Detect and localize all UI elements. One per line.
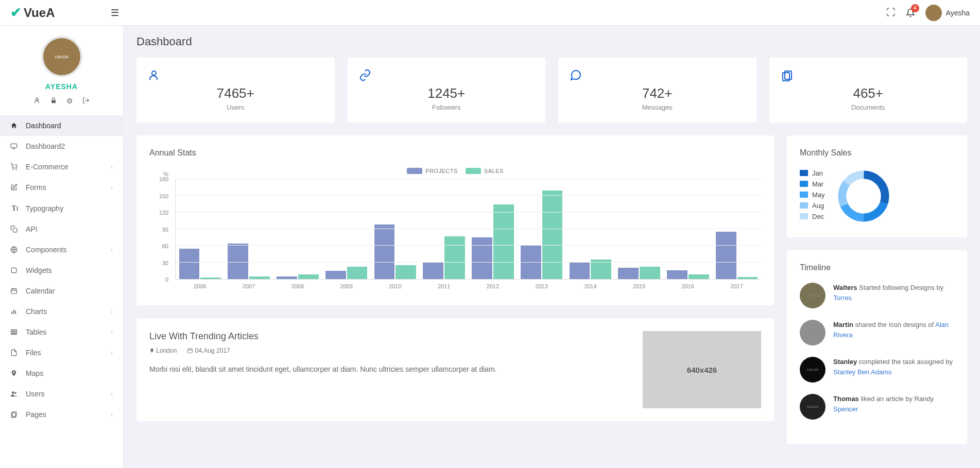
sidebar-item-e-commerce[interactable]: E-Commerce›	[0, 157, 123, 177]
monthly-sales-title: Monthly Sales	[800, 148, 954, 158]
stat-label: Users	[148, 103, 323, 111]
article-content: Live With Trending Articles London 04,Au…	[149, 331, 627, 408]
sidebar-item-files[interactable]: Files›	[0, 342, 123, 363]
timeline-item: 120x120Stanley completed the task assign…	[800, 357, 954, 383]
bar-projects[interactable]	[521, 246, 541, 279]
bar-projects[interactable]	[374, 224, 395, 279]
bar-projects[interactable]	[570, 263, 590, 279]
y-tick: 120	[159, 210, 168, 216]
bar-projects[interactable]	[667, 270, 687, 279]
cart-icon	[10, 163, 20, 170]
bar-projects[interactable]	[277, 276, 297, 279]
username: Ayesha	[946, 9, 970, 17]
bar-sales[interactable]	[640, 267, 660, 279]
x-label: 2017	[712, 283, 761, 289]
sidebar-item-users[interactable]: Users›	[0, 384, 123, 404]
sidebar: 100x100 AYESHA ⚙ DashboardDashboard2E-Co…	[0, 26, 124, 468]
bar-projects[interactable]	[423, 263, 443, 279]
timeline-text: Martin shared the Icon designs of Alan R…	[833, 320, 954, 345]
chevron-right-icon: ›	[111, 350, 113, 356]
bar-sales[interactable]	[396, 265, 416, 279]
x-label: 2014	[566, 283, 615, 289]
sidebar-item-forms[interactable]: Forms›	[0, 177, 123, 198]
hamburger-icon[interactable]: ☰	[111, 7, 119, 19]
profile-actions: ⚙	[0, 97, 123, 105]
timeline-avatar[interactable]: 120x120	[800, 357, 826, 383]
sidebar-item-label: Forms	[26, 183, 46, 192]
bar-sales[interactable]	[347, 267, 368, 279]
timeline-avatar[interactable]: 120x120	[800, 320, 826, 345]
bar-projects[interactable]	[228, 244, 248, 279]
monthly-legend-item[interactable]: Dec	[800, 213, 825, 220]
timeline-link[interactable]: Stanley Ben Adams	[833, 368, 891, 376]
bar-projects[interactable]	[618, 268, 639, 279]
bar-sales[interactable]	[200, 278, 221, 279]
bar-group: 2014	[566, 179, 615, 279]
logo-check-icon: ✔	[10, 5, 22, 21]
profile-lock-icon[interactable]	[50, 97, 57, 105]
sidebar-item-label: Maps	[26, 369, 43, 377]
chevron-right-icon: ›	[111, 308, 113, 315]
chevron-right-icon: ›	[111, 164, 113, 170]
sidebar-item-label: Pages	[26, 410, 46, 419]
sidebar-item-dashboard[interactable]: Dashboard	[0, 115, 123, 136]
monthly-legend-item[interactable]: Jan	[800, 169, 825, 177]
sidebar-item-charts[interactable]: Charts›	[0, 301, 123, 322]
profile-logout-icon[interactable]	[82, 97, 90, 105]
timeline-item: 120x120Walters Started following Designs…	[800, 283, 954, 308]
timeline-link[interactable]: Torres	[833, 294, 852, 302]
gridline	[176, 195, 761, 196]
sidebar-item-calendar[interactable]: Calendar	[0, 281, 123, 301]
bar-projects[interactable]	[179, 249, 200, 279]
profile-user-icon[interactable]	[33, 97, 41, 105]
stat-card-users: 7465+Users	[136, 58, 335, 123]
bar-projects[interactable]	[472, 237, 492, 279]
bar-sales[interactable]	[298, 274, 319, 279]
profile-name: AYESHA	[0, 82, 123, 91]
svg-point-15	[14, 392, 16, 394]
stat-label: Followers	[359, 103, 535, 111]
sidebar-item-label: E-Commerce	[26, 163, 68, 171]
user-menu[interactable]: Ayesha	[925, 5, 970, 21]
monthly-legend-item[interactable]: May	[800, 191, 825, 199]
docs-icon	[781, 69, 956, 81]
article-image-placeholder: 640x426	[643, 331, 761, 408]
bar-sales[interactable]	[689, 274, 709, 279]
monthly-legend-item[interactable]: Aug	[800, 202, 825, 210]
sidebar-item-pages[interactable]: Pages›	[0, 404, 123, 425]
fullscreen-icon[interactable]: ⛶	[886, 7, 896, 18]
legend-item[interactable]: PROJECTS	[407, 168, 458, 174]
timeline-avatar[interactable]: 120x120	[800, 283, 826, 308]
sidebar-item-components[interactable]: Components›	[0, 239, 123, 260]
sidebar-item-api[interactable]: API	[0, 219, 123, 239]
svg-rect-10	[13, 310, 14, 314]
notifications-icon[interactable]: 4	[906, 8, 915, 18]
stat-value: 742+	[570, 85, 745, 101]
timeline-avatar[interactable]: 120x120	[800, 394, 826, 420]
y-tick: 60	[162, 243, 168, 249]
sidebar-item-dashboard2[interactable]: Dashboard2	[0, 136, 123, 157]
bar-sales[interactable]	[444, 236, 465, 279]
sidebar-item-maps[interactable]: Maps	[0, 363, 123, 384]
x-label: 2007	[225, 283, 273, 289]
profile-gear-icon[interactable]: ⚙	[66, 97, 73, 105]
bar-sales[interactable]	[737, 277, 758, 279]
monthly-legend-item[interactable]: Mar	[800, 180, 825, 188]
timeline-link[interactable]: Spencer	[833, 405, 858, 413]
legend-item[interactable]: SALES	[466, 168, 504, 174]
bar-projects[interactable]	[716, 232, 736, 279]
bar-group: 2015	[615, 179, 664, 279]
sidebar-item-label: Charts	[26, 307, 47, 316]
bar-sales[interactable]	[493, 204, 514, 280]
bar-projects[interactable]	[325, 271, 346, 279]
bar-sales[interactable]	[542, 190, 563, 279]
bar-sales[interactable]	[249, 276, 270, 279]
logo[interactable]: ✔ VueA	[10, 5, 103, 21]
bar-sales[interactable]	[591, 259, 611, 279]
sidebar-item-typography[interactable]: TITypography	[0, 198, 123, 219]
sidebar-item-tables[interactable]: Tables›	[0, 322, 123, 342]
users-icon	[10, 390, 20, 397]
sidebar-item-widgets[interactable]: Widgets	[0, 260, 123, 281]
profile-avatar[interactable]: 100x100	[41, 36, 82, 77]
gridline	[176, 245, 761, 246]
